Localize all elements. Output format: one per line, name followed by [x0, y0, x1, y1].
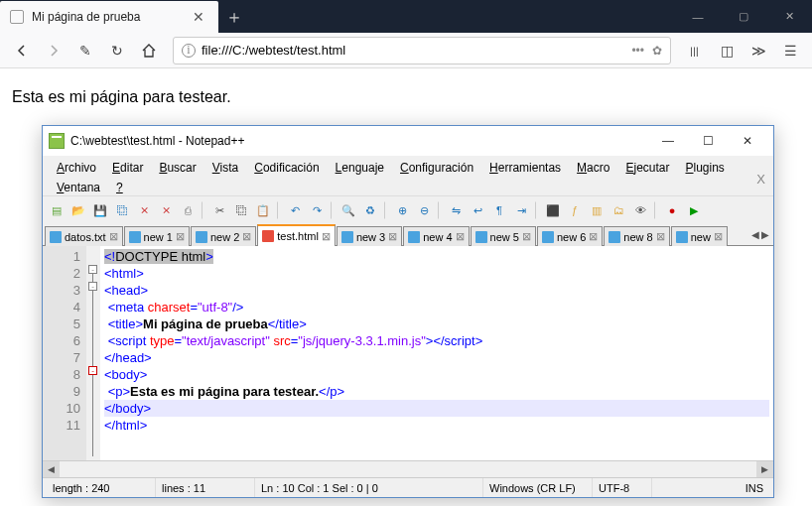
site-info-icon[interactable]: i: [182, 44, 196, 58]
file-tab[interactable]: new⊠: [671, 226, 728, 246]
fold-toggle-icon[interactable]: -: [88, 282, 97, 291]
tab-close-icon[interactable]: ⊠: [176, 230, 185, 243]
npp-maximize-button[interactable]: ☐: [688, 127, 728, 155]
menu-ventana[interactable]: Ventana: [49, 178, 108, 197]
tab-close-icon[interactable]: ⊠: [456, 230, 465, 243]
menu-archivo[interactable]: Archivo: [49, 158, 104, 178]
browser-tab-active[interactable]: Mi página de prueba ✕: [0, 1, 218, 33]
dev-button[interactable]: ✎: [71, 37, 99, 64]
tab-close-icon[interactable]: ⊠: [242, 230, 251, 243]
tool-wrap-icon[interactable]: ↩: [468, 200, 487, 220]
hscroll-left[interactable]: ◀: [43, 461, 60, 478]
tool-allchars-icon[interactable]: ¶: [489, 200, 509, 220]
npp-minimize-button[interactable]: —: [648, 127, 688, 155]
window-maximize-button[interactable]: ▢: [721, 0, 766, 33]
tab-close-icon[interactable]: ⊠: [589, 230, 598, 243]
fold-toggle-icon[interactable]: -: [88, 366, 97, 375]
status-eol: Windows (CR LF): [483, 478, 593, 497]
tab-close-icon[interactable]: ⊠: [109, 230, 118, 243]
tab-close-icon[interactable]: ⊠: [714, 230, 723, 243]
tool-monitor-icon[interactable]: 👁: [630, 200, 650, 220]
file-tab[interactable]: datos.txt⊠: [45, 226, 123, 246]
forward-button[interactable]: [40, 37, 68, 64]
file-tab[interactable]: new 5⊠: [471, 226, 536, 246]
status-lines: lines : 11: [156, 478, 255, 497]
tabs-scroll-right[interactable]: ▶: [761, 229, 769, 240]
tab-label: new 5: [490, 231, 519, 243]
menu-plugins[interactable]: Plugins: [678, 158, 733, 178]
tool-folder-icon[interactable]: 🗂: [609, 200, 628, 220]
tool-open-icon[interactable]: 📂: [68, 200, 88, 220]
window-close-button[interactable]: ✕: [766, 0, 812, 33]
menu-codificación[interactable]: Codificación: [246, 158, 327, 178]
sidebar-button[interactable]: ◫: [713, 37, 741, 64]
menu-button[interactable]: ☰: [776, 37, 804, 64]
tab-close-icon[interactable]: ⊠: [522, 230, 531, 243]
menu-lenguaje[interactable]: Lenguaje: [328, 158, 392, 178]
tool-zoomin-icon[interactable]: ⊕: [392, 200, 412, 220]
menu-macro[interactable]: Macro: [569, 158, 617, 178]
menu-editar[interactable]: Editar: [104, 158, 151, 178]
tab-label: test.html: [277, 230, 319, 242]
menu-herramientas[interactable]: Herramientas: [481, 158, 569, 178]
reload-button[interactable]: ↻: [103, 37, 131, 64]
tool-record-icon[interactable]: ●: [662, 200, 682, 220]
tool-closeall-icon[interactable]: ⨯: [156, 200, 176, 220]
menu-ejecutar[interactable]: Ejecutar: [617, 158, 677, 178]
url-action-dots[interactable]: •••: [631, 44, 644, 58]
file-tab[interactable]: new 6⊠: [537, 226, 603, 246]
file-tab[interactable]: test.html⊠: [257, 224, 336, 246]
tabs-scroll-left[interactable]: ◀: [751, 229, 759, 240]
tool-find-icon[interactable]: 🔍: [338, 200, 358, 220]
tool-paste-icon[interactable]: 📋: [253, 200, 273, 220]
menu-buscar[interactable]: Buscar: [151, 158, 203, 178]
tool-zoomout-icon[interactable]: ⊖: [414, 200, 434, 220]
tool-map-icon[interactable]: ▥: [587, 200, 607, 220]
tab-close-icon[interactable]: ⊠: [656, 230, 665, 243]
tool-new-icon[interactable]: ▤: [47, 200, 67, 220]
tool-undo-icon[interactable]: ↶: [285, 200, 305, 220]
tool-func-icon[interactable]: ƒ: [565, 200, 585, 220]
url-bar[interactable]: i file:///C:/webtest/test.html ••• ✿: [173, 37, 671, 64]
menu-configuración[interactable]: Configuración: [392, 158, 481, 178]
tool-close-icon[interactable]: ⨯: [134, 200, 154, 220]
file-tab[interactable]: new 3⊠: [337, 226, 402, 246]
file-tab[interactable]: new 4⊠: [403, 226, 469, 246]
tool-saveall-icon[interactable]: ⿻: [112, 200, 132, 220]
file-tab[interactable]: new 8⊠: [604, 226, 669, 246]
tab-close-icon[interactable]: ⊠: [388, 230, 397, 243]
notepadpp-title: C:\webtest\test.html - Notepad++: [70, 134, 648, 148]
file-tab[interactable]: new 2⊠: [191, 226, 256, 246]
overflow-button[interactable]: ≫: [744, 37, 772, 64]
npp-close-button[interactable]: ✕: [728, 127, 767, 155]
tab-label: new 1: [144, 231, 173, 243]
tool-print-icon[interactable]: ⎙: [178, 200, 198, 220]
new-tab-button[interactable]: ＋: [218, 0, 250, 33]
tool-save-icon[interactable]: 💾: [90, 200, 110, 220]
back-button[interactable]: [8, 37, 36, 64]
url-action-star[interactable]: ✿: [652, 44, 662, 58]
file-icon: [129, 231, 141, 243]
tool-play-icon[interactable]: ▶: [684, 200, 704, 220]
tool-replace-icon[interactable]: ♻: [360, 200, 380, 220]
file-tab[interactable]: new 1⊠: [124, 226, 190, 246]
tab-close-icon[interactable]: ⊠: [322, 230, 331, 243]
tool-indent-icon[interactable]: ⇥: [511, 200, 531, 220]
menubar-close-icon[interactable]: X: [756, 172, 765, 187]
tool-sync-icon[interactable]: ⇋: [446, 200, 466, 220]
library-button[interactable]: ⫼: [681, 37, 709, 64]
tool-lang-icon[interactable]: ⬛: [543, 200, 563, 220]
status-length: length : 240: [47, 478, 156, 497]
tool-copy-icon[interactable]: ⿻: [231, 200, 251, 220]
home-button[interactable]: [135, 37, 163, 64]
code-editor[interactable]: <!DOCTYPE html><html><head> <meta charse…: [100, 246, 773, 460]
menu-vista[interactable]: Vista: [204, 158, 246, 178]
menu-?[interactable]: ?: [108, 178, 131, 197]
tab-close-icon[interactable]: ✕: [189, 9, 208, 25]
tool-cut-icon[interactable]: ✂: [209, 200, 229, 220]
notepadpp-app-icon: [49, 133, 65, 149]
hscroll-right[interactable]: ▶: [756, 461, 773, 478]
tool-redo-icon[interactable]: ↷: [307, 200, 327, 220]
fold-toggle-icon[interactable]: -: [88, 265, 97, 274]
window-minimize-button[interactable]: —: [675, 0, 721, 33]
